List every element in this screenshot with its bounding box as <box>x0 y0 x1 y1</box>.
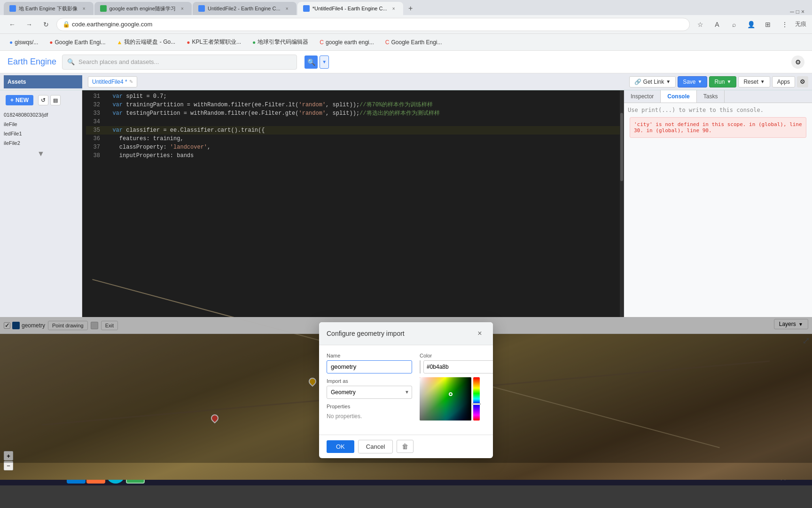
bookmark-7[interactable]: C Google Earth Engi... <box>382 38 446 47</box>
delete-button[interactable]: 🗑 <box>397 440 414 453</box>
console-hint: Use print(...) to write to this console. <box>628 107 808 113</box>
sidebar-file-4[interactable]: ileFile2 <box>0 138 82 148</box>
filter-button[interactable]: ▤ <box>50 95 61 105</box>
browser-tab-3[interactable]: UntitledFile2 - Earth Engine C... × <box>193 2 297 15</box>
editor-scrollbar-thumb <box>620 113 623 181</box>
profile-icon[interactable]: 👤 <box>744 18 757 31</box>
bookmark-3[interactable]: ▲ 我的云端硬盘 - Go... <box>113 37 180 47</box>
run-button[interactable]: Run ▼ <box>709 76 736 87</box>
browser-tab-4[interactable]: *UntitledFile4 - Earth Engine C... × <box>297 2 403 15</box>
app-header: Earth Engine 🔍 Search places and dataset… <box>0 51 812 73</box>
color-hue-strip[interactable] <box>473 377 480 421</box>
cancel-button[interactable]: Cancel <box>358 440 393 453</box>
get-link-arrow: ▼ <box>666 79 671 84</box>
extensions-icon[interactable]: ⊞ <box>761 18 774 31</box>
apps-label: Apps <box>777 79 790 85</box>
code-line-34: 34 <box>86 118 620 126</box>
tab4-close[interactable]: × <box>390 5 398 12</box>
bookmark4-icon: ● <box>187 39 190 46</box>
sidebar-file-3[interactable]: ledFile1 <box>0 129 82 138</box>
maximize-btn[interactable]: □ <box>796 8 799 15</box>
color-hex-input[interactable] <box>423 360 493 373</box>
tab-inspector[interactable]: Inspector <box>624 90 661 103</box>
bookmark2-label: Google Earth Engi... <box>55 39 106 46</box>
tab3-close[interactable]: × <box>283 5 291 12</box>
tab-tasks[interactable]: Tasks <box>697 90 725 103</box>
save-label: Save <box>683 79 695 85</box>
color-swatch[interactable] <box>420 360 421 373</box>
reset-arrow: ▼ <box>760 79 765 84</box>
tab2-close[interactable]: × <box>179 5 186 12</box>
color-gradient-box[interactable] <box>420 377 471 421</box>
bookmark7-icon: C <box>385 39 390 46</box>
back-button[interactable]: ← <box>6 18 19 31</box>
address-bar[interactable]: 🔒 code.earthengine.google.com <box>56 18 690 31</box>
tab-console[interactable]: Console <box>661 90 696 103</box>
name-field-label: Name <box>327 353 412 358</box>
refresh-button[interactable]: ↺ <box>38 95 48 105</box>
save-button[interactable]: Save ▼ <box>678 76 707 87</box>
app-container: Earth Engine 🔍 Search places and dataset… <box>0 51 812 463</box>
bookmark-5[interactable]: ● 地球引擎代码编辑器 <box>249 37 312 47</box>
menu-icon[interactable]: ⋮ <box>778 18 791 31</box>
import-as-select[interactable]: Geometry Feature FeatureCollection <box>327 386 412 399</box>
import-as-select-wrapper: Geometry Feature FeatureCollection ▼ <box>327 386 412 399</box>
file4-label: ileFile2 <box>4 140 20 146</box>
bookmarks-bar: ● giswqs/... ● Google Earth Engi... ▲ 我的… <box>0 34 812 51</box>
reload-button[interactable]: ↻ <box>39 18 53 31</box>
translate-icon[interactable]: A <box>710 18 724 31</box>
search-dropdown-arrow[interactable]: ▼ <box>320 56 329 69</box>
settings-icon[interactable]: ⚙ <box>791 56 804 69</box>
tab1-close[interactable]: × <box>80 5 88 12</box>
bookmark-1[interactable]: ● giswqs/... <box>6 38 42 47</box>
bookmark-6[interactable]: C google earth engi... <box>316 38 377 47</box>
bookmark5-icon: ● <box>252 39 256 46</box>
file-tab[interactable]: UntitledFile4 * ✎ <box>88 76 137 87</box>
color-section: Color <box>420 353 485 421</box>
bookmark-icon[interactable]: ☆ <box>694 18 707 31</box>
file-tab-label: UntitledFile4 * <box>92 79 127 85</box>
sidebar-file-2[interactable]: ileFile <box>0 119 82 129</box>
get-link-button[interactable]: 🔗 Get Link ▼ <box>629 76 676 87</box>
import-as-field-group: Import as Geometry Feature FeatureCollec… <box>327 378 412 399</box>
minimize-btn[interactable]: ─ <box>790 8 794 15</box>
zoom-icon[interactable]: ⌕ <box>727 18 741 31</box>
apps-button[interactable]: Apps <box>772 76 795 87</box>
properties-label: Properties <box>327 404 412 409</box>
search-submit-btn[interactable]: 🔍 <box>304 56 318 69</box>
search-dropdown-btn[interactable]: 🔍 ▼ <box>304 56 329 69</box>
run-label: Run <box>714 79 725 85</box>
code-editor[interactable]: 31 var split = 0.7; 32 var trainingParti… <box>82 90 624 317</box>
bookmark-2[interactable]: ● Google Earth Engi... <box>46 38 109 47</box>
dialog-close-button[interactable]: × <box>474 328 485 339</box>
assets-sidebar: + NEW ↺ ▤ 0182480803023/jdf ileFile ledF… <box>0 90 82 317</box>
ok-button[interactable]: OK <box>327 440 354 453</box>
name-input[interactable] <box>327 360 412 373</box>
right-panel: Inspector Console Tasks Use print(...) t… <box>624 90 812 317</box>
new-label: NEW <box>16 97 29 103</box>
map-area-wrapper: ✓ geometry Point drawing Exit Layers ▼ ⤢ <box>0 317 812 463</box>
file-tab-close-icon[interactable]: ✎ <box>129 79 133 84</box>
right-panel-tabs: Inspector Console Tasks <box>624 90 812 103</box>
settings-button[interactable]: ⚙ <box>797 76 808 87</box>
hue-slider[interactable] <box>472 403 481 405</box>
new-tab-button[interactable]: + <box>404 2 417 15</box>
sidebar-file-1[interactable]: 0182480803023/jdf <box>0 110 82 119</box>
new-asset-button[interactable]: + NEW <box>6 95 33 105</box>
close-browser-btn[interactable]: × <box>801 8 804 15</box>
tab4-title: *UntitledFile4 - Earth Engine C... <box>312 6 387 11</box>
color-preview-row <box>420 360 485 373</box>
sidebar-scroll-down[interactable]: ▼ <box>0 148 82 160</box>
bookmark-4[interactable]: ● KPL王者荣耀职业... <box>183 37 245 47</box>
bookmark3-icon: ▲ <box>117 39 123 46</box>
dialog-left-section: Name Import as Geometry Feat <box>327 353 412 421</box>
browser-tab-1[interactable]: 地 Earth Engine 下载影像 × <box>4 2 94 15</box>
bookmark2-icon: ● <box>49 39 53 46</box>
header-right: ⚙ <box>791 56 804 69</box>
forward-button[interactable]: → <box>23 18 36 31</box>
search-bar[interactable]: 🔍 Search places and datasets... <box>62 55 297 70</box>
editor-scrollbar[interactable] <box>620 90 624 317</box>
color-label: Color <box>420 353 485 358</box>
reset-button[interactable]: Reset ▼ <box>738 76 770 87</box>
browser-tab-2[interactable]: google earth engine随缘学习 × <box>94 2 192 15</box>
